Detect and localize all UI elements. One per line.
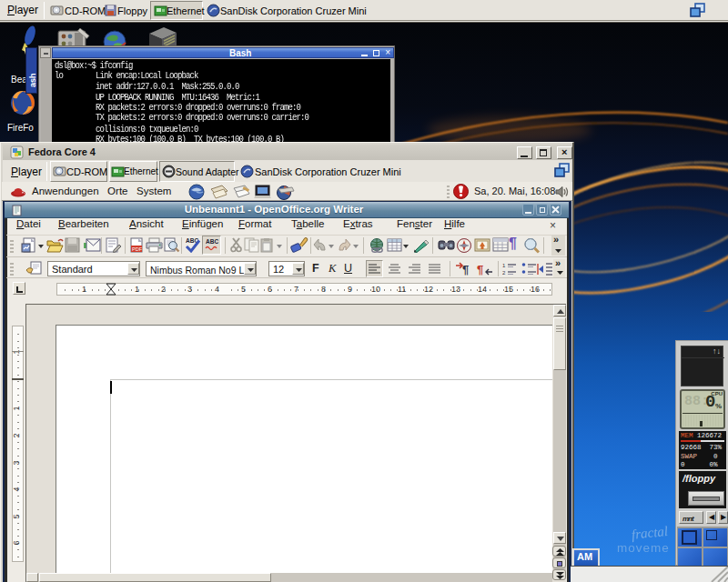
svg-text:2: 2 <box>502 270 506 276</box>
svg-text:¶: ¶ <box>462 263 469 276</box>
svg-text:¶: ¶ <box>477 263 483 276</box>
svg-text:1: 1 <box>502 263 506 268</box>
svg-text:PDF: PDF <box>132 246 143 252</box>
